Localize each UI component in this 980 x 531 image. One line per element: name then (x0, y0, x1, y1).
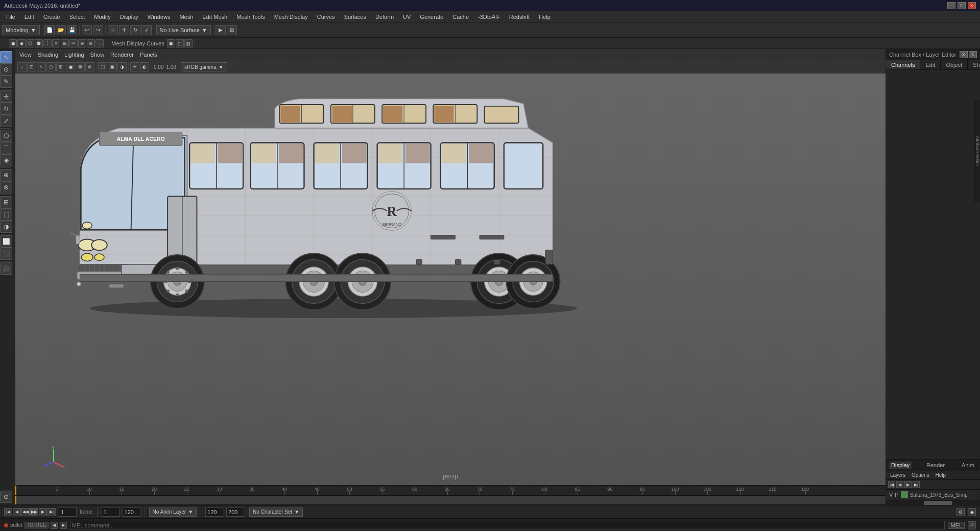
paint-tool-btn[interactable]: ✎ (0, 76, 12, 88)
magnet-tool-btn[interactable]: ⊗ (0, 181, 12, 194)
menu-redshift[interactable]: Redshift (505, 13, 534, 21)
tab-edit[interactable]: Edit (920, 60, 941, 69)
move-tool[interactable]: ✛ (119, 25, 129, 35)
pb-play-back[interactable]: ◀◀ (21, 508, 30, 516)
tab-channels[interactable]: Channels (886, 60, 920, 69)
menu-modify[interactable]: Modify (90, 13, 114, 21)
mt-btn2[interactable]: ◆ (17, 39, 26, 47)
scale-tool[interactable]: ⤢ (141, 25, 152, 35)
vp-wire-btn[interactable]: ▣ (108, 62, 117, 71)
mt-btn11[interactable]: ⋯ (95, 39, 104, 47)
pb-play-fwd[interactable]: ▶▶ (30, 508, 38, 516)
vp-shadow-btn[interactable]: ◐ (140, 62, 149, 71)
vp-light-btn[interactable]: ☀ (130, 62, 139, 71)
menu-create[interactable]: Create (39, 13, 64, 21)
mt-btn6[interactable]: ≡ (52, 39, 60, 47)
mt-btn9[interactable]: ⊕ (78, 39, 86, 47)
tab-object[interactable]: Object (941, 60, 968, 69)
md-btn2[interactable]: ◻ (176, 39, 184, 47)
vp-shade-btn[interactable]: ◑ (117, 62, 127, 71)
new-scene-btn[interactable]: 📄 (44, 25, 55, 35)
mode-dropdown[interactable]: Modeling ▼ (2, 25, 40, 35)
layer-row[interactable]: V P Sultana_1973_Bus_Simpl (886, 490, 980, 500)
mt-btn10[interactable]: ⊗ (87, 39, 95, 47)
move-tool-btn[interactable]: ✛ (0, 90, 12, 103)
menu-cache[interactable]: Cache (448, 13, 473, 21)
md-btn1[interactable]: ◼ (167, 39, 175, 47)
pb-step-back[interactable]: ◀ (13, 508, 21, 516)
layer-nav-next[interactable]: ▶ (904, 481, 912, 488)
poly-tool-btn[interactable]: ⬡ (0, 130, 12, 142)
menu-help[interactable]: Help (535, 13, 555, 21)
surface-tool-btn[interactable]: ◈ (0, 154, 12, 166)
vp-home-btn[interactable]: ⌂ (17, 62, 27, 71)
scale-tool-btn[interactable]: ⤢ (0, 115, 12, 127)
menu-deform[interactable]: Deform (371, 13, 398, 21)
maximize-button[interactable]: □ (958, 2, 966, 9)
vp-frame-btn[interactable]: ⊡ (27, 62, 36, 71)
max-frame-input[interactable] (205, 508, 223, 517)
menu-display[interactable]: Display (116, 13, 142, 21)
channel-box-close[interactable]: ✕ (960, 51, 968, 58)
mt-btn7[interactable]: ⊞ (61, 39, 69, 47)
no-live-surface-btn[interactable]: No Live Surface ▼ (156, 25, 211, 35)
menu-curves[interactable]: Curves (313, 13, 339, 21)
timeline-ruler[interactable]: 5101520253035404550556065707580859095100… (15, 486, 886, 496)
anim-key-btn[interactable]: ◆ (968, 508, 976, 516)
bottom-tool-btn[interactable]: ⊙ (0, 491, 12, 503)
menu-file[interactable]: File (2, 13, 19, 21)
lasso-tool-btn[interactable]: ⊙ (0, 63, 12, 76)
mt-btn4[interactable]: ⬢ (35, 39, 43, 47)
layer-color-swatch[interactable] (901, 491, 908, 498)
next-script-btn[interactable]: ▶ (60, 522, 67, 529)
vp-menu-view[interactable]: View (19, 52, 32, 58)
mt-btn5[interactable]: ⋮ (43, 39, 52, 47)
pb-go-start[interactable]: |◀ (4, 508, 12, 516)
vp-edge-btn[interactable]: ⊞ (56, 62, 65, 71)
select-tool-btn[interactable]: ↖ (0, 51, 12, 63)
disp-wire-btn[interactable]: ⬚ (0, 208, 12, 221)
layer-p-toggle[interactable]: P (895, 492, 898, 498)
layer-render-tab[interactable]: Render (924, 462, 947, 469)
display-btn1[interactable]: ⬜ (0, 235, 12, 248)
menu-uv[interactable]: UV (399, 13, 415, 21)
timeline-track[interactable] (15, 496, 886, 505)
current-frame-input[interactable] (59, 508, 77, 517)
script-input[interactable] (70, 521, 945, 530)
menu-select[interactable]: Select (65, 13, 89, 21)
main-viewport[interactable]: View Shading Lighting Show Renderer Pane… (15, 49, 886, 485)
vp-persp-btn[interactable]: ⬚ (98, 62, 107, 71)
range-start-input[interactable] (102, 508, 119, 517)
anim-settings-btn[interactable]: ⚙ (957, 508, 965, 516)
layer-nav-prev[interactable]: ◀ (896, 481, 903, 488)
vp-menu-lighting[interactable]: Lighting (64, 52, 84, 58)
layer-scrollbar[interactable] (886, 500, 980, 505)
layer-v-toggle[interactable]: V (889, 492, 893, 498)
layer-nav-last[interactable]: ▶| (913, 481, 920, 488)
vp-uv-btn[interactable]: ⊠ (76, 62, 85, 71)
vp-menu-renderer[interactable]: Renderer (110, 52, 134, 58)
menu-mesh-tools[interactable]: Mesh Tools (232, 13, 269, 21)
prev-script-btn[interactable]: ◀ (51, 522, 58, 529)
vp-select-btn[interactable]: ↖ (37, 62, 46, 71)
snap-tool-btn[interactable]: ⊕ (0, 169, 12, 181)
menu-edit[interactable]: Edit (20, 13, 38, 21)
save-btn[interactable]: 💾 (67, 25, 77, 35)
render-preview-btn[interactable]: 🎥 (0, 262, 12, 275)
menu-surfaces[interactable]: Surfaces (340, 13, 370, 21)
display-btn2[interactable]: ⬛ (0, 248, 12, 260)
vp-comp-btn[interactable]: ⊛ (85, 62, 94, 71)
md-btn3[interactable]: ▥ (184, 39, 193, 47)
menu-mesh[interactable]: Mesh (175, 13, 197, 21)
vp-menu-shading[interactable]: Shading (38, 52, 58, 58)
layer-layers-menu[interactable]: Layers (888, 472, 907, 478)
curve-tool-btn[interactable]: ⌒ (0, 142, 12, 154)
undo-btn[interactable]: ↩ (82, 25, 92, 35)
layer-anim-tab[interactable]: Anim (960, 462, 977, 469)
max-frame2-input[interactable] (226, 508, 244, 517)
vp-menu-show[interactable]: Show (90, 52, 105, 58)
menu-generate[interactable]: Generate (416, 13, 447, 21)
disp-grid-btn[interactable]: ⊞ (0, 196, 12, 208)
menu-mesh-display[interactable]: Mesh Display (270, 13, 312, 21)
rotate-tool-btn[interactable]: ↻ (0, 103, 12, 115)
